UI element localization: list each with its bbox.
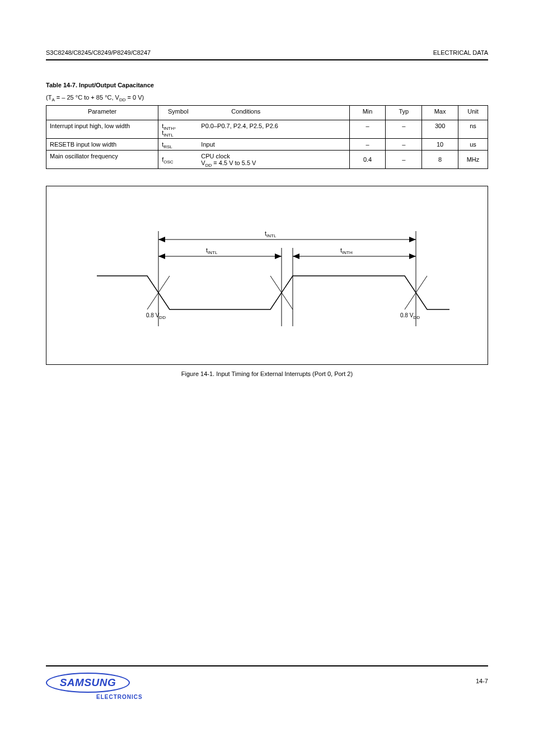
col-max: Max	[422, 106, 458, 120]
cell-typ: –	[386, 120, 422, 139]
table-row: Main oscillator frequency fOSC CPU clock…	[46, 151, 488, 169]
svg-marker-5	[158, 237, 165, 242]
cell-parameter: RESETB input low width	[46, 139, 158, 151]
cell-min: –	[349, 139, 386, 151]
cell-parameter: Main oscillator frequency	[46, 151, 158, 169]
cell-parameter: Interrupt input high, low width	[46, 120, 158, 139]
header-left: S3C8248/C8245/C8249/P8249/C8247	[46, 49, 151, 56]
cell-symbol: fOSC	[158, 151, 198, 169]
samsung-oval-logo: SAMSUNG	[46, 673, 130, 693]
col-unit: Unit	[458, 106, 488, 120]
col-conditions: Conditions	[198, 106, 349, 120]
svg-marker-6	[409, 237, 416, 242]
timing-diagram-figure: tINTL tINTL tINTH 0.8 VDD 0.8 VDD	[46, 186, 488, 365]
cell-max: 10	[422, 139, 458, 151]
cell-typ: –	[386, 139, 422, 151]
cell-symbol: tRSL	[158, 139, 198, 151]
cell-min: 0.4	[349, 151, 386, 169]
svg-marker-9	[275, 253, 282, 259]
cell-conditions: CPU clockVDD = 4.5 V to 5.5 V	[198, 151, 349, 169]
timing-diagram-svg: tINTL tINTL tINTH 0.8 VDD 0.8 VDD	[46, 186, 488, 364]
cell-typ: –	[386, 151, 422, 169]
table-row: RESETB input low width tRSL Input – – 10…	[46, 139, 488, 151]
page-header: S3C8248/C8245/C8249/P8249/C8247 ELECTRIC…	[46, 49, 488, 56]
cell-unit: MHz	[458, 151, 488, 169]
specs-table: Parameter Symbol Conditions Min Typ Max …	[46, 105, 488, 169]
cell-min: –	[349, 120, 386, 139]
page-number: 14-7	[476, 678, 488, 684]
table-header-row: Parameter Symbol Conditions Min Typ Max …	[46, 106, 488, 120]
figure-caption: Figure 14-1. Input Timing for External I…	[46, 370, 488, 377]
cell-conditions: P0.0–P0.7, P2.4, P2.5, P2.6	[198, 120, 349, 139]
cell-max: 300	[422, 120, 458, 139]
cell-unit: us	[458, 139, 488, 151]
cell-symbol: tINTH,tINTL	[158, 120, 198, 139]
table-title: Table 14-7. Input/Output Capacitance	[46, 82, 488, 88]
header-right: ELECTRICAL DATA	[433, 49, 488, 56]
footer-rule	[46, 665, 488, 666]
logo-oval	[46, 673, 130, 693]
svg-marker-8	[158, 253, 165, 259]
logo-subtext: ELECTRONICS	[96, 694, 143, 700]
header-rule	[46, 59, 488, 60]
cell-unit: ns	[458, 120, 488, 139]
cell-conditions: Input	[198, 139, 349, 151]
svg-marker-12	[409, 253, 416, 259]
table-row: Interrupt input high, low width tINTH,tI…	[46, 120, 488, 139]
col-min: Min	[349, 106, 386, 120]
col-parameter: Parameter	[46, 106, 158, 120]
condition-line: (TA = – 25 °C to + 85 °C, VDD = 0 V)	[46, 94, 488, 101]
cell-max: 8	[422, 151, 458, 169]
col-typ: Typ	[386, 106, 422, 120]
brand-logo: SAMSUNG ELECTRONICS	[46, 673, 143, 700]
svg-marker-11	[293, 253, 299, 259]
col-symbol: Symbol	[158, 106, 198, 120]
